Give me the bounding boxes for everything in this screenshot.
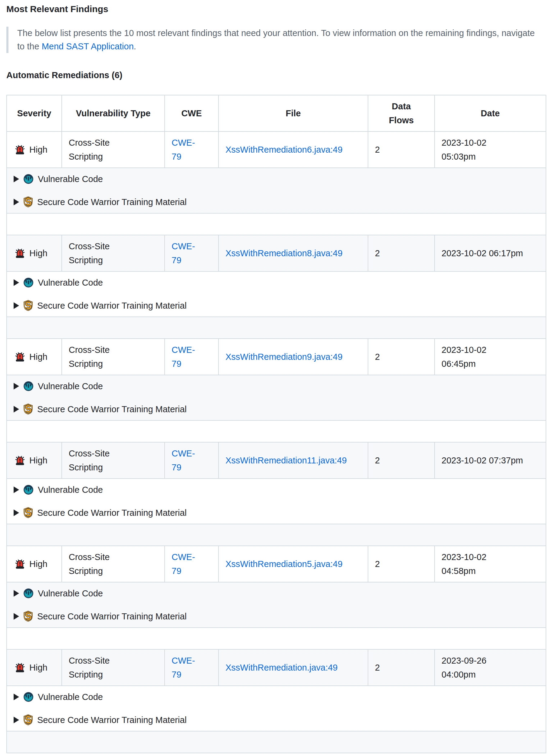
date-cell: 2023-10-02 04:58pm <box>435 546 546 582</box>
file-link[interactable]: XssWithRemediation6.java:49 <box>226 145 342 154</box>
data-flows-cell: 2 <box>368 339 435 375</box>
training-material-summary[interactable]: Secure Code Warrior Training Material <box>14 506 539 520</box>
vulnerable-code-details: Vulnerable Code <box>14 586 539 600</box>
high-severity-icon <box>14 558 26 570</box>
details-cell: Vulnerable Code Secure Code Warrior Trai… <box>7 478 546 524</box>
file-cell: XssWithRemediation6.java:49 <box>219 131 368 168</box>
high-severity-icon <box>14 144 26 156</box>
expand-triangle-icon <box>14 199 19 205</box>
data-flows-cell: 2 <box>368 235 435 272</box>
vulnerable-code-details: Vulnerable Code <box>14 276 539 290</box>
cwe-link[interactable]: CWE-79 <box>172 654 200 681</box>
findings-table: Severity Vulnerability Type CWE File Dat… <box>6 95 546 753</box>
type-cell: Cross-Site Scripting <box>62 442 165 478</box>
file-cell: XssWithRemediation8.java:49 <box>219 235 368 272</box>
finding-row: High Cross-Site Scripting CWE-79 XssWith… <box>7 649 546 686</box>
type-cell: Cross-Site Scripting <box>62 649 165 686</box>
file-link[interactable]: XssWithRemediation5.java:49 <box>226 559 342 569</box>
details-cell: Vulnerable Code Secure Code Warrior Trai… <box>7 582 546 628</box>
severity-cell: High <box>7 442 62 478</box>
cwe-link[interactable]: CWE-79 <box>172 136 200 164</box>
details-row: Vulnerable Code Secure Code Warrior Trai… <box>7 478 546 524</box>
data-flows-cell: 2 <box>368 649 435 686</box>
date-cell: 2023-09-26 04:00pm <box>435 649 546 686</box>
training-material-details: Secure Code Warrior Training Material <box>14 610 539 623</box>
details-row: Vulnerable Code Secure Code Warrior Trai… <box>7 375 546 420</box>
file-link[interactable]: XssWithRemediation11.java:49 <box>226 455 347 465</box>
finding-row: High Cross-Site Scripting CWE-79 XssWith… <box>7 546 546 582</box>
cwe-cell: CWE-79 <box>165 131 219 168</box>
vulnerable-code-summary[interactable]: Vulnerable Code <box>14 483 539 497</box>
file-cell: XssWithRemediation11.java:49 <box>219 442 368 478</box>
severity-cell: High <box>7 649 62 686</box>
vulnerable-code-details: Vulnerable Code <box>14 379 539 393</box>
cwe-cell: CWE-79 <box>165 235 219 272</box>
type-cell: Cross-Site Scripting <box>62 546 165 582</box>
training-material-summary[interactable]: Secure Code Warrior Training Material <box>14 713 539 727</box>
cwe-link[interactable]: CWE-79 <box>172 446 200 474</box>
vulnerable-code-summary[interactable]: Vulnerable Code <box>14 172 539 186</box>
expand-triangle-icon <box>14 302 19 309</box>
spacer-row <box>7 213 546 235</box>
vulnerable-code-icon <box>23 381 34 392</box>
col-header-severity: Severity <box>7 95 62 131</box>
cwe-link[interactable]: CWE-79 <box>172 343 200 371</box>
vulnerable-code-summary[interactable]: Vulnerable Code <box>14 276 539 290</box>
cwe-cell: CWE-79 <box>165 649 219 686</box>
spacer-row <box>7 317 546 339</box>
type-cell: Cross-Site Scripting <box>62 339 165 375</box>
cwe-link[interactable]: CWE-79 <box>172 239 200 267</box>
file-link[interactable]: XssWithRemediation9.java:49 <box>226 352 342 362</box>
training-material-summary[interactable]: Secure Code Warrior Training Material <box>14 610 539 623</box>
severity-cell: High <box>7 235 62 272</box>
page-title: Most Relevant Findings <box>6 4 546 14</box>
report-page: Most Relevant Findings The below list pr… <box>0 4 552 753</box>
date-cell: 2023-10-02 06:17pm <box>435 235 546 272</box>
vulnerable-code-summary[interactable]: Vulnerable Code <box>14 379 539 393</box>
secure-code-warrior-icon <box>23 196 33 208</box>
training-material-details: Secure Code Warrior Training Material <box>14 299 539 313</box>
severity-cell: High <box>7 339 62 375</box>
details-row: Vulnerable Code Secure Code Warrior Trai… <box>7 272 546 317</box>
data-flows-cell: 2 <box>368 546 435 582</box>
finding-row: High Cross-Site Scripting CWE-79 XssWith… <box>7 442 546 478</box>
col-header-date: Date <box>435 95 546 131</box>
secure-code-warrior-icon <box>23 300 33 311</box>
finding-row: High Cross-Site Scripting CWE-79 XssWith… <box>7 235 546 272</box>
type-cell: Cross-Site Scripting <box>62 235 165 272</box>
spacer-row <box>7 731 546 753</box>
cwe-cell: CWE-79 <box>165 442 219 478</box>
training-material-summary[interactable]: Secure Code Warrior Training Material <box>14 195 539 209</box>
severity-label: High <box>29 663 47 673</box>
data-flows-cell: 2 <box>368 131 435 168</box>
vulnerable-code-summary[interactable]: Vulnerable Code <box>14 690 539 704</box>
col-header-vulnerability-type: Vulnerability Type <box>62 95 165 131</box>
mend-sast-application-link[interactable]: Mend SAST Application <box>42 41 134 51</box>
details-row: Vulnerable Code Secure Code Warrior Trai… <box>7 582 546 628</box>
training-material-summary[interactable]: Secure Code Warrior Training Material <box>14 299 539 313</box>
file-cell: XssWithRemediation.java:49 <box>219 649 368 686</box>
expand-triangle-icon <box>14 693 19 700</box>
expand-triangle-icon <box>14 176 19 182</box>
file-link[interactable]: XssWithRemediation.java:49 <box>226 663 338 672</box>
vulnerable-code-icon <box>23 174 34 185</box>
secure-code-warrior-icon <box>23 507 33 518</box>
severity-label: High <box>29 456 47 465</box>
training-material-details: Secure Code Warrior Training Material <box>14 195 539 209</box>
secure-code-warrior-icon <box>23 714 33 726</box>
date-cell: 2023-10-02 07:37pm <box>435 442 546 478</box>
severity-label: High <box>29 559 47 569</box>
header-row: Severity Vulnerability Type CWE File Dat… <box>7 95 546 131</box>
finding-row: High Cross-Site Scripting CWE-79 XssWith… <box>7 339 546 375</box>
high-severity-icon <box>14 247 26 259</box>
cwe-cell: CWE-79 <box>165 546 219 582</box>
vulnerable-code-icon <box>23 691 34 703</box>
file-link[interactable]: XssWithRemediation8.java:49 <box>226 248 342 258</box>
cwe-cell: CWE-79 <box>165 339 219 375</box>
vulnerable-code-summary[interactable]: Vulnerable Code <box>14 586 539 600</box>
training-material-summary[interactable]: Secure Code Warrior Training Material <box>14 402 539 416</box>
expand-triangle-icon <box>14 383 19 390</box>
vulnerable-code-icon <box>23 484 34 495</box>
cwe-link[interactable]: CWE-79 <box>172 550 200 578</box>
vulnerable-code-details: Vulnerable Code <box>14 483 539 497</box>
